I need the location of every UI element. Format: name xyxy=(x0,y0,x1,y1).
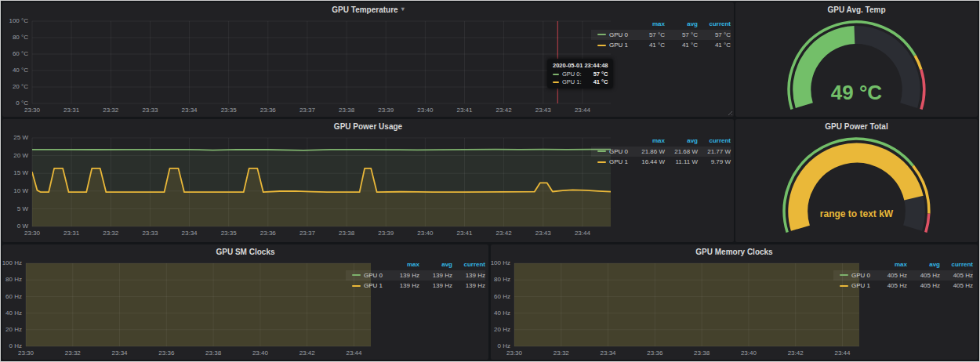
svg-text:10 W: 10 W xyxy=(13,187,28,194)
svg-text:23:35: 23:35 xyxy=(221,107,238,114)
svg-text:25 W: 25 W xyxy=(13,134,28,141)
panel-title-text: GPU Temperature xyxy=(332,5,397,14)
legend-series-label[interactable]: GPU 1 xyxy=(591,40,632,51)
legend-table: maxavgcurrentGPU 0139 Hz139 Hz139 HzGPU … xyxy=(346,260,485,291)
svg-text:23:36: 23:36 xyxy=(158,349,175,357)
svg-text:23:37: 23:37 xyxy=(299,230,316,237)
svg-text:80 °C: 80 °C xyxy=(13,34,28,41)
legend-stat-value: 405 Hz xyxy=(907,270,940,281)
legend-stat-value: 41 °C xyxy=(698,40,731,51)
svg-text:23:30: 23:30 xyxy=(18,349,34,357)
svg-text:100 Hz: 100 Hz xyxy=(491,259,510,266)
panel-title-gpu-power-usage[interactable]: GPU Power Usage xyxy=(2,119,734,133)
svg-text:23:33: 23:33 xyxy=(142,107,158,114)
legend-col-header: avg xyxy=(419,260,452,270)
series-color-dash-icon xyxy=(553,81,559,83)
legend-stat-value: 405 Hz xyxy=(940,281,973,291)
legend-stat-value: 139 Hz xyxy=(452,270,485,281)
svg-text:0 Hz: 0 Hz xyxy=(9,342,22,349)
sm-clocks-legend: maxavgcurrentGPU 0139 Hz139 Hz139 HzGPU … xyxy=(346,260,485,291)
svg-text:23:37: 23:37 xyxy=(299,107,316,114)
memory-clocks-chart[interactable]: 0 Hz20 Hz40 Hz60 Hz80 Hz100 Hz23:3023:32… xyxy=(491,259,861,358)
svg-text:20 Hz: 20 Hz xyxy=(494,326,510,333)
panel-resize-handle[interactable] xyxy=(727,110,732,115)
legend-col-header: current xyxy=(452,260,485,270)
legend-stat-value: 21.77 W xyxy=(698,147,731,157)
tooltip-series-label: GPU 1: xyxy=(562,78,582,85)
legend-row: GPU 116.44 W11.11 W9.79 W xyxy=(591,157,731,168)
temperature-chart[interactable]: 0 °C20 °C40 °C60 °C80 °C100 °C23:3023:31… xyxy=(2,16,612,115)
legend-series-label[interactable]: GPU 1 xyxy=(833,281,874,291)
svg-text:15 W: 15 W xyxy=(13,169,28,176)
legend-col-header: avg xyxy=(907,260,940,270)
panel-title-gpu-power-total[interactable]: GPU Power Total xyxy=(735,119,978,133)
legend-col-header: current xyxy=(698,136,731,147)
legend-stat-value: 405 Hz xyxy=(874,270,907,281)
series-color-dash-icon xyxy=(840,274,848,276)
legend-stat-value: 41 °C xyxy=(632,40,665,51)
panel-title-gpu-memory-clocks[interactable]: GPU Memory Clocks xyxy=(491,244,978,259)
legend-stat-value: 139 Hz xyxy=(387,281,419,291)
svg-text:23:32: 23:32 xyxy=(103,107,119,114)
legend-stat-value: 405 Hz xyxy=(940,270,973,281)
svg-text:23:42: 23:42 xyxy=(496,230,513,237)
legend-series-label[interactable]: GPU 0 xyxy=(833,270,874,281)
sm-clocks-chart[interactable]: 0 Hz20 Hz40 Hz60 Hz80 Hz100 Hz23:3023:32… xyxy=(2,259,372,358)
legend-stat-value: 405 Hz xyxy=(907,281,940,291)
svg-text:23:34: 23:34 xyxy=(112,349,129,357)
series-color-dash-icon xyxy=(352,274,361,276)
legend-stat-value: 41 °C xyxy=(665,40,698,51)
series-color-dash-icon xyxy=(553,74,559,75)
svg-text:60 Hz: 60 Hz xyxy=(5,293,22,300)
panel-title-text: GPU Avg. Temp xyxy=(827,5,885,14)
svg-text:23:38: 23:38 xyxy=(205,349,222,357)
svg-text:80 Hz: 80 Hz xyxy=(494,276,510,283)
panel-gpu-sm-clocks: GPU SM Clocks 0 Hz20 Hz40 Hz60 Hz80 Hz10… xyxy=(2,244,488,360)
legend-series-label[interactable]: GPU 0 xyxy=(591,30,632,41)
legend-series-label[interactable]: GPU 0 xyxy=(346,270,387,281)
legend-table: maxavgcurrentGPU 021.86 W21.68 W21.77 WG… xyxy=(591,136,731,168)
svg-text:60 Hz: 60 Hz xyxy=(494,293,510,300)
svg-text:23:36: 23:36 xyxy=(647,349,663,357)
svg-text:60 °C: 60 °C xyxy=(13,50,28,57)
legend-series-label[interactable]: GPU 1 xyxy=(591,157,632,168)
power-usage-chart[interactable]: 0 W5 W10 W15 W20 W25 W23:3023:3123:3223:… xyxy=(2,133,612,241)
panel-title-text: GPU Memory Clocks xyxy=(695,248,772,256)
svg-text:23:31: 23:31 xyxy=(64,107,80,114)
svg-text:23:33: 23:33 xyxy=(142,230,158,237)
panel-title-gpu-sm-clocks[interactable]: GPU SM Clocks xyxy=(2,244,488,259)
svg-text:23:44: 23:44 xyxy=(346,349,362,357)
panel-gpu-temperature: GPU Temperature ▾ 0 °C20 °C40 °C60 °C80 … xyxy=(2,2,734,117)
power-total-gauge[interactable]: range to text kW xyxy=(735,133,978,241)
svg-text:20 Hz: 20 Hz xyxy=(5,326,22,333)
legend-stat-value: 139 Hz xyxy=(452,281,485,291)
panel-gpu-power-total: GPU Power Total range to text kW xyxy=(735,119,978,242)
svg-text:23:31: 23:31 xyxy=(64,230,80,237)
svg-text:40 °C: 40 °C xyxy=(13,67,28,74)
svg-text:23:40: 23:40 xyxy=(252,349,269,357)
svg-text:23:38: 23:38 xyxy=(339,107,355,114)
series-color-dash-icon xyxy=(597,34,606,35)
gauge-value-text: range to text kW xyxy=(820,208,894,219)
legend-col-header: max xyxy=(874,260,907,270)
panel-title-gpu-avg-temp[interactable]: GPU Avg. Temp xyxy=(735,2,978,16)
avg-temp-gauge[interactable]: 49 °C xyxy=(735,16,978,115)
legend-series-label[interactable]: GPU 0 xyxy=(591,147,632,157)
panel-gpu-power-usage: GPU Power Usage 0 W5 W10 W15 W20 W25 W23… xyxy=(2,119,734,242)
legend-series-label[interactable]: GPU 1 xyxy=(346,281,387,291)
tooltip-timestamp: 2020-05-01 23:44:48 xyxy=(553,62,608,69)
series-color-dash-icon xyxy=(597,161,606,163)
legend-table: maxavgcurrentGPU 057 °C57 °C57 °CGPU 141… xyxy=(591,20,731,51)
panel-title-text: GPU Power Total xyxy=(825,122,887,131)
svg-text:20 W: 20 W xyxy=(13,152,28,159)
legend-stat-value: 405 Hz xyxy=(874,281,907,291)
panel-title-gpu-temperature[interactable]: GPU Temperature ▾ xyxy=(2,2,734,16)
svg-text:23:44: 23:44 xyxy=(575,107,591,114)
legend-row: GPU 0139 Hz139 Hz139 Hz xyxy=(346,270,485,281)
svg-text:23:34: 23:34 xyxy=(182,107,198,114)
series-color-dash-icon xyxy=(597,150,606,152)
legend-stat-value: 9.79 W xyxy=(698,157,731,168)
tooltip-row: GPU 0: 57 °C xyxy=(553,71,608,78)
grafana-dashboard: GPU Temperature ▾ 0 °C20 °C40 °C60 °C80 … xyxy=(0,0,980,362)
legend-stat-value: 57 °C xyxy=(698,30,731,41)
